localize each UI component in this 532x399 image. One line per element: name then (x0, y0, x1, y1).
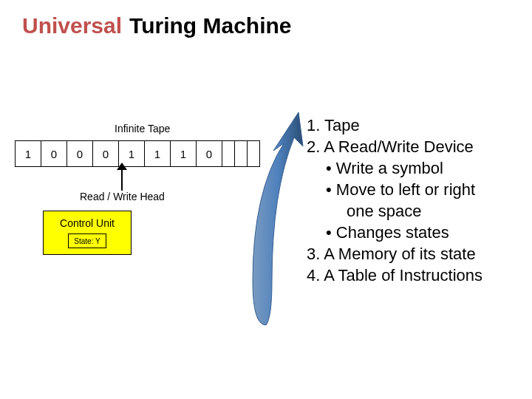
state-label: State: Y (74, 237, 100, 245)
tape-cell: 1 (170, 140, 197, 167)
list-item: 1. Tape (307, 115, 528, 136)
tape-cell: 0 (66, 140, 93, 167)
tape-cell: 1 (15, 140, 41, 167)
state-box: State: Y (68, 233, 106, 248)
list-item: 2. A Read/Write Device (307, 136, 528, 157)
infinite-tape-label: Infinite Tape (115, 123, 170, 134)
tape-cell (222, 140, 235, 167)
tape: 1 0 0 0 1 1 1 0 (15, 140, 259, 167)
tape-cell: 0 (196, 140, 222, 167)
title-universal: Universal (22, 13, 122, 38)
list-subitem: • Move to left or right (307, 179, 528, 200)
list-item: 3. A Memory of its state (307, 243, 528, 265)
list-item: 4. A Table of Instructions (307, 265, 528, 286)
title-rest: Turing Machine (129, 13, 291, 38)
slide-title: UniversalTuring Machine (22, 13, 292, 38)
rw-head-arrow-shaft (121, 167, 123, 191)
list-subitem-cont: one space (307, 200, 528, 222)
list-subitem: • Write a symbol (307, 157, 528, 179)
control-unit-box: Control Unit (43, 211, 132, 255)
tape-cell: 0 (92, 140, 119, 167)
components-list: 1. Tape 2. A Read/Write Device • Write a… (307, 115, 528, 286)
tape-cell: 1 (144, 140, 171, 167)
tape-cell: 0 (41, 140, 67, 167)
control-unit-label: Control Unit (60, 217, 115, 229)
rw-head-label: Read / Write Head (80, 191, 165, 202)
list-subitem: • Changes states (307, 222, 528, 243)
